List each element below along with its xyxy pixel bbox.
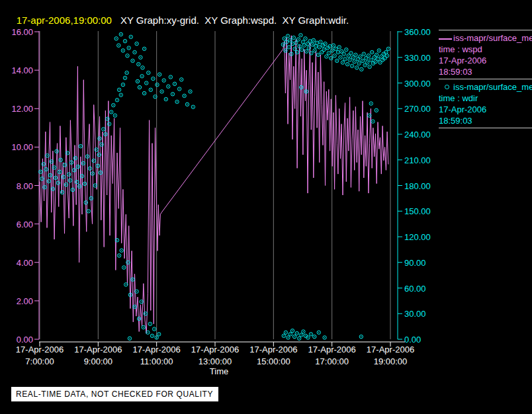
wdir-marker-dot [111, 112, 112, 113]
wdir-marker-dot [48, 181, 50, 182]
legend-divider [439, 128, 532, 128]
wdir-marker-dot [130, 294, 131, 296]
wdir-marker-dot [318, 332, 320, 333]
x-axis-time-label: 7:00:00 [25, 356, 54, 366]
x-axis-date-label: 17-Apr-2006 [191, 345, 239, 354]
wdir-marker-dot [296, 333, 298, 334]
wdir-marker-dot [316, 46, 317, 47]
wdir-marker-dot [298, 39, 299, 40]
wdir-marker-dot [336, 60, 337, 62]
x-axis-time-label: 9:00:00 [84, 356, 112, 366]
wdir-marker-dot [290, 40, 291, 41]
wdir-marker-dot [296, 42, 297, 44]
wdir-marker-dot [60, 159, 62, 161]
wdir-marker-dot [120, 34, 122, 35]
wdir-marker-dot [99, 138, 101, 140]
wdir-marker-dot [332, 50, 333, 52]
x-axis-date-label: 17-Apr-2006 [308, 345, 356, 354]
wdir-marker-dot [321, 52, 322, 53]
wdir-marker-dot [58, 183, 59, 184]
wdir-marker-dot [44, 186, 46, 188]
x-axis-time-label: 17:00:00 [315, 356, 349, 366]
wdir-marker-dot [371, 60, 372, 61]
wdir-marker-dot [109, 124, 110, 125]
wdir-marker-dot [159, 74, 160, 75]
x-axis-date-label: 17-Apr-2006 [249, 345, 297, 354]
wdir-marker-dot [299, 46, 300, 47]
wdir-marker-dot [292, 330, 293, 331]
wdir-marker-dot [172, 94, 173, 95]
left-axis-tick-label: 0.00 [17, 335, 33, 345]
wdir-marker-dot [306, 91, 307, 93]
wdir-marker-dot [123, 267, 124, 269]
wdir-marker-dot [87, 156, 88, 157]
wdir-marker-dot [305, 335, 306, 337]
wdir-marker-dot [285, 50, 287, 52]
wdir-marker-dot [310, 334, 312, 335]
wdir-marker-dot [287, 36, 288, 37]
wdir-marker-dot [374, 57, 375, 58]
wdir-marker-dot [349, 60, 351, 61]
wdir-marker-dot [95, 185, 96, 186]
wdir-marker-dot [190, 91, 191, 93]
wdir-marker-dot [380, 62, 381, 63]
wdir-marker-dot [84, 183, 85, 185]
wdir-marker-dot [383, 54, 384, 55]
wdir-marker-dot [139, 87, 140, 88]
wdir-marker-dot [181, 79, 182, 81]
wdir-marker-dot [347, 63, 348, 65]
left-axis-tick-label: 4.00 [17, 258, 33, 268]
wdir-marker-dot [93, 160, 95, 161]
wdir-marker-dot [331, 58, 332, 59]
wdir-marker-dot [71, 162, 72, 163]
wdir-marker-dot [293, 37, 294, 38]
wdir-marker-dot [177, 101, 178, 103]
legend-source-row: iss-mapr/surface_met [439, 32, 532, 44]
wdir-marker-dot [128, 48, 130, 49]
x-axis-date-label: 17-Apr-2006 [133, 345, 181, 354]
wdir-marker-dot [156, 337, 157, 339]
wdir-marker-dot [168, 86, 169, 87]
wdir-marker-dot [371, 52, 373, 53]
wdir-marker-dot [134, 52, 136, 53]
wdir-marker-dot [348, 55, 349, 56]
right-axis-tick-label: 150.00 [404, 206, 431, 216]
wdir-marker-dot [69, 180, 71, 181]
wspd-line [40, 36, 388, 334]
wdir-marker-dot [353, 57, 354, 58]
wdir-marker-dot [126, 284, 127, 286]
wdir-marker-dot [302, 42, 304, 43]
wdir-marker-dot [307, 43, 308, 44]
legend-date: 17-Apr-2006 [439, 55, 532, 66]
x-axis-time-label: 15:00:00 [257, 356, 290, 366]
wdir-marker-dot [128, 262, 129, 263]
wdir-marker-dot [126, 72, 128, 73]
wdir-marker-dot [366, 58, 367, 59]
wdir-marker-dot [361, 336, 362, 337]
left-axis-tick-label: 12.00 [11, 104, 33, 114]
wdir-marker-dot [103, 129, 105, 130]
wdir-marker-dot [308, 48, 310, 49]
wdir-marker-dot [121, 250, 122, 251]
wdir-marker-dot [40, 171, 42, 173]
wdir-marker-dot [47, 155, 48, 157]
wdir-marker-dot [300, 34, 302, 36]
wdir-marker-dot [308, 337, 309, 339]
wdir-marker-dot [148, 72, 150, 73]
wdir-marker-dot [193, 106, 194, 108]
wspd-line-swatch [439, 38, 452, 40]
wdir-marker-dot [356, 67, 357, 69]
legend-param: time : wdir [439, 93, 532, 104]
wdir-marker-dot [144, 93, 145, 94]
wdir-marker-dot [386, 52, 387, 53]
wdir-marker-dot [373, 63, 374, 64]
wdir-marker-dot [85, 202, 87, 204]
wdir-marker-dot [75, 157, 76, 159]
x-axis-date-label: 17-Apr-2006 [16, 345, 64, 354]
legend-param: time : wspd [439, 44, 532, 55]
wdir-marker-dot [137, 81, 138, 82]
wdir-marker-dot [97, 165, 99, 167]
wdir-marker-dot [100, 172, 101, 173]
wdir-marker-dot [369, 115, 370, 116]
wdir-marker-dot [134, 306, 136, 308]
